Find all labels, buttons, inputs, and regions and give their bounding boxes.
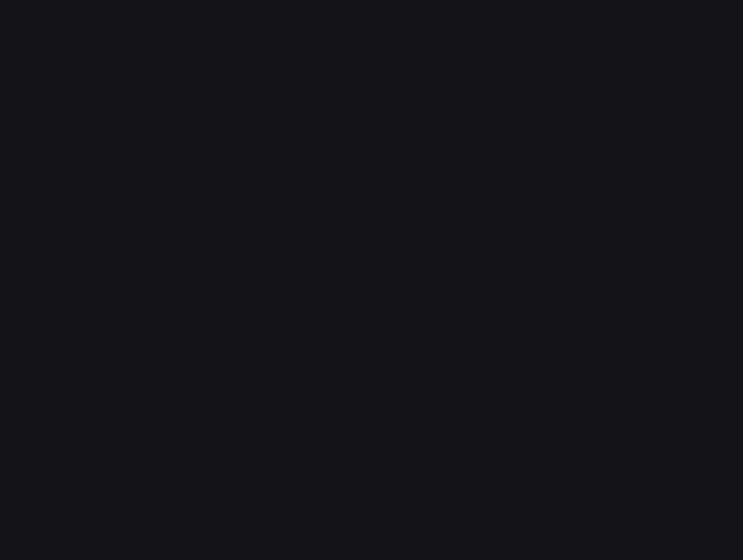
desktop-background-strip <box>0 0 743 5</box>
screen: Downloads <box>0 0 743 560</box>
